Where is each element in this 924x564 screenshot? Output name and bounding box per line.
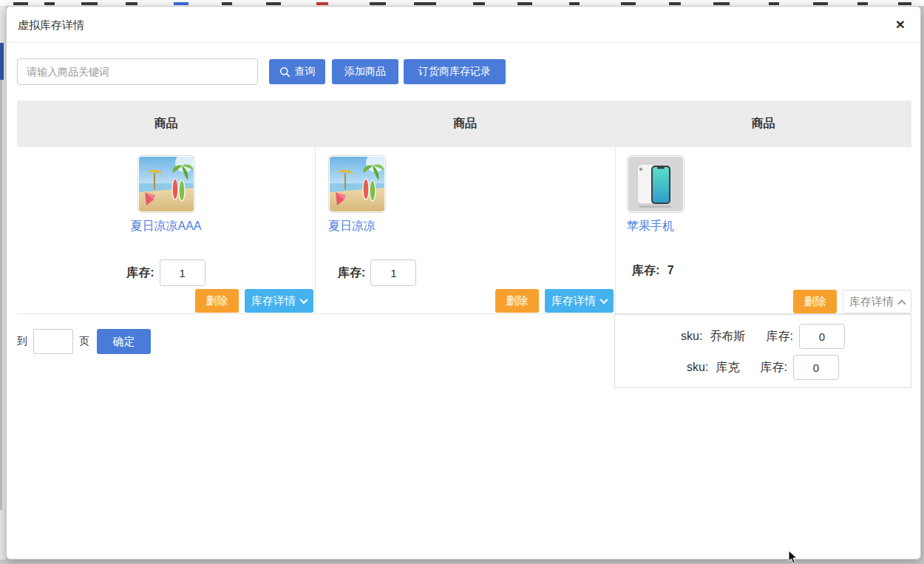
modal-title: 虚拟库存详情 [18,7,84,43]
column-header-product-3: 商品 [615,101,911,147]
product-card-2: 夏日凉凉 库存: 删除 库存详情 [315,147,615,314]
stock-label: 库存: [632,264,659,276]
virtual-stock-modal: 虚拟库存详情 × 查询 添加商品 订货商库存记录 商品 商品 商品 [6,6,921,560]
sku-name: 乔布斯 [710,329,745,344]
background-page-strip [0,0,924,6]
table-header-row: 商品 商品 商品 [17,101,911,147]
background-accent-bar [0,43,4,80]
stock-detail-button-expanded[interactable]: 库存详情 [843,290,911,313]
product-name-link[interactable]: 苹果手机 [627,219,674,234]
goto-page-suffix: 页 [79,335,89,348]
product-name-link[interactable]: 夏日凉凉AAA [130,219,201,234]
product-card-3: 苹果手机 库存: 7 删除 库存详情 [615,147,911,314]
sku-stock-input[interactable] [793,355,839,380]
stock-detail-label: 库存详情 [251,294,296,308]
delete-button[interactable]: 删除 [793,290,837,313]
sku-stock-input[interactable] [799,324,845,349]
goto-page-prefix: 到 [17,335,27,348]
toolbar: 查询 添加商品 订货商库存记录 [17,58,506,85]
stock-input[interactable] [160,259,205,286]
stock-label: 库存: [338,265,365,281]
sku-stock-label: 库存: [766,329,792,344]
page-number-input[interactable] [33,329,73,354]
stock-input[interactable] [370,259,416,286]
stock-label: 库存: [126,265,154,281]
background-divider-line [0,80,2,510]
card-actions: 删除 库存详情 [195,289,313,313]
supplier-stock-record-button[interactable]: 订货商库存记录 [404,59,506,84]
sku-detail-panel: sku: 乔布斯 库存: sku: 库克 库存: [614,314,911,388]
product-card-1: 夏日凉凉AAA 库存: 删除 库存详情 [17,147,315,314]
card-actions: 删除 库存详情 [495,289,614,313]
sku-label: sku: [687,361,708,374]
sku-row: sku: 乔布斯 库存: [615,321,911,352]
card-actions: 删除 库存详情 [793,290,911,313]
screen: 虚拟库存详情 × 查询 添加商品 订货商库存记录 商品 商品 商品 [0,0,924,564]
iphone-product-image [627,155,684,213]
mouse-cursor [788,550,798,564]
stock-detail-label: 库存详情 [849,295,894,309]
search-input[interactable] [17,58,258,85]
stock-text: 库存: 7 [632,263,674,279]
column-header-product-1: 商品 [17,101,315,147]
product-table: 商品 商品 商品 [17,101,911,314]
delete-button[interactable]: 删除 [195,289,239,313]
sku-row: sku: 库克 库存: [615,352,911,383]
table-body-row: 夏日凉凉AAA 库存: 删除 库存详情 [17,147,911,314]
delete-button[interactable]: 删除 [495,289,539,313]
add-product-button[interactable]: 添加商品 [332,59,398,84]
chevron-down-icon [299,296,308,304]
pagination: 到 页 确定 [17,329,151,354]
sku-label: sku: [681,330,702,343]
chevron-up-icon [897,299,906,308]
sku-name: 库克 [716,360,739,376]
chevron-down-icon [599,296,608,304]
stock-row: 库存: [338,259,416,286]
query-button-label: 查询 [295,65,316,78]
stock-detail-button[interactable]: 库存详情 [245,289,313,313]
stock-detail-label: 库存详情 [551,294,596,308]
beach-product-image [328,155,386,213]
column-header-product-2: 商品 [315,101,615,147]
product-name-link[interactable]: 夏日凉凉 [328,219,376,234]
stock-row: 库存: [17,259,315,286]
search-icon [279,67,291,78]
sku-stock-label: 库存: [760,360,787,376]
stock-detail-button[interactable]: 库存详情 [545,289,614,313]
close-icon[interactable]: × [891,15,910,34]
beach-product-image [137,155,195,213]
confirm-button[interactable]: 确定 [97,329,151,354]
query-button[interactable]: 查询 [269,59,325,84]
stock-value: 7 [667,264,674,276]
modal-header: 虚拟库存详情 × [7,7,920,43]
